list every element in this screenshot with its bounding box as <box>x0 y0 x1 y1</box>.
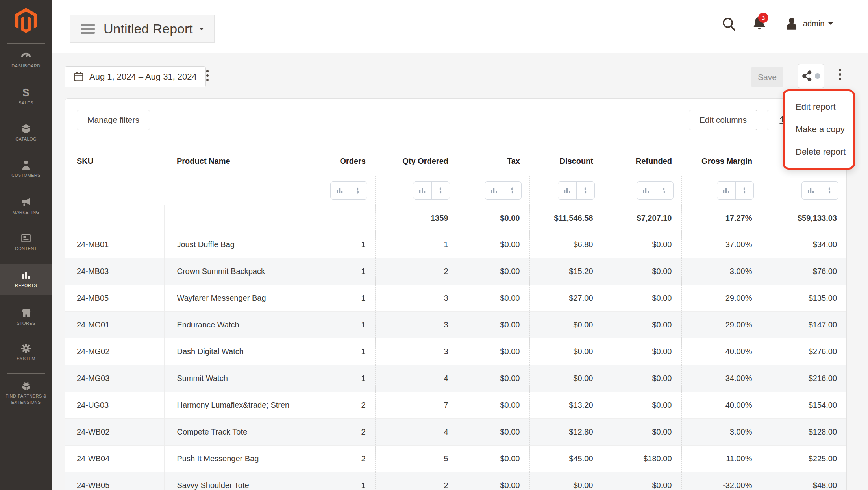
column-header-qty-ordered[interactable]: Qty Ordered <box>375 146 458 176</box>
cell-discount: $45.00 <box>529 445 603 472</box>
cell-total: $135.00 <box>762 285 846 311</box>
cell-total: $216.00 <box>762 365 846 392</box>
table-row[interactable]: 24-MG03 Summit Watch 1 4 $0.00 $0.00 $0.… <box>65 365 846 392</box>
sidebar-item-content[interactable]: CONTENT <box>0 233 52 252</box>
table-row[interactable]: 24-WB04 Push It Messenger Bag 2 5 $0.00 … <box>65 445 846 472</box>
sidebar-item-catalog[interactable]: CATALOG <box>0 124 52 142</box>
calendar-icon <box>74 72 84 82</box>
sidebar-item-stores[interactable]: STORES <box>0 308 52 327</box>
magento-logo[interactable] <box>0 8 52 35</box>
compare-toggle-button[interactable] <box>576 182 594 199</box>
cell-qty-ordered: 4 <box>375 418 458 445</box>
table-row[interactable]: 24-WB02 Compete Track Tote 2 4 $0.00 $12… <box>65 418 846 445</box>
edit-columns-button[interactable]: Edit columns <box>689 110 757 130</box>
bar-chart-toggle-button[interactable] <box>717 182 735 199</box>
cell-refunded: $180.00 <box>603 445 681 472</box>
tools-cell <box>458 176 529 205</box>
sidebar-item-find-partners[interactable]: FIND PARTNERS & EXTENSIONS <box>0 380 52 406</box>
tools-cell <box>603 176 681 205</box>
tools-cell <box>529 176 603 205</box>
cell-qty-ordered: 1 <box>375 231 458 258</box>
cell-sku: 24-WB04 <box>65 445 164 472</box>
sales-icon: $ <box>0 87 52 98</box>
compare-toggle-button[interactable] <box>349 182 367 199</box>
bar-chart-toggle-button[interactable] <box>558 182 576 199</box>
sidebar-item-label: CATALOG <box>0 136 52 142</box>
report-title-button[interactable]: Untitled Report <box>70 15 215 43</box>
sidebar-item-sales[interactable]: $ SALES <box>0 87 52 106</box>
tools-cell-empty <box>164 176 303 205</box>
date-range-picker[interactable]: Aug 1, 2024 – Aug 31, 2024 <box>65 66 206 87</box>
admin-account-menu[interactable]: admin <box>785 17 833 31</box>
cell-qty-ordered: 5 <box>375 445 458 472</box>
cell-product-name: Joust Duffle Bag <box>164 231 303 258</box>
cell-qty-ordered: 2 <box>375 472 458 490</box>
menu-item-edit-report[interactable]: Edit report <box>785 102 853 112</box>
table-row[interactable]: 24-MB03 Crown Summit Backpack 1 2 $0.00 … <box>65 258 846 285</box>
cell-orders: 1 <box>303 231 375 258</box>
manage-filters-button[interactable]: Manage filters <box>77 110 150 130</box>
column-header-sku[interactable]: SKU <box>65 146 164 176</box>
compare-toggle-button[interactable] <box>655 182 673 199</box>
marketing-icon <box>21 197 31 207</box>
sidebar-item-label: REPORTS <box>0 283 52 289</box>
table-row[interactable]: 24-MB05 Wayfarer Messenger Bag 1 3 $0.00… <box>65 285 846 311</box>
tools-cell <box>762 176 846 205</box>
sidebar-item-reports[interactable]: REPORTS <box>0 264 52 295</box>
cell-product-name: Wayfarer Messenger Bag <box>164 285 303 311</box>
notifications-button[interactable]: 3 <box>752 16 767 33</box>
summary-cell: $7,207.10 <box>603 205 681 231</box>
bar-chart-toggle-button[interactable] <box>485 182 503 199</box>
compare-arrows-icon <box>436 187 445 194</box>
bar-chart-toggle-button[interactable] <box>637 182 655 199</box>
column-header-discount[interactable]: Discount <box>529 146 603 176</box>
table-row[interactable]: 24-WB05 Savvy Shoulder Tote 1 2 $0.00 $0… <box>65 472 846 490</box>
cell-product-name: Savvy Shoulder Tote <box>164 472 303 490</box>
cell-gross-margin: 29.00% <box>681 285 762 311</box>
compare-toggle-button[interactable] <box>735 182 753 199</box>
cell-total: $34.00 <box>762 231 846 258</box>
sidebar-item-customers[interactable]: CUSTOMERS <box>0 160 52 179</box>
date-options-kebab-icon[interactable] <box>206 70 209 83</box>
summary-cell: 1359 <box>375 205 458 231</box>
compare-toggle-button[interactable] <box>820 182 838 199</box>
column-header-tax[interactable]: Tax <box>458 146 529 176</box>
column-header-product-name[interactable]: Product Name <box>164 146 303 176</box>
column-header-gross-margin[interactable]: Gross Margin <box>681 146 762 176</box>
bar-chart-toggle-button[interactable] <box>331 182 349 199</box>
sidebar-item-dashboard[interactable]: DASHBOARD <box>0 50 52 69</box>
compare-toggle-button[interactable] <box>503 182 521 199</box>
sidebar-divider <box>7 43 45 44</box>
sidebar-item-system[interactable]: SYSTEM <box>0 343 52 362</box>
column-header-refunded[interactable]: Refunded <box>603 146 681 176</box>
save-button[interactable]: Save <box>751 67 783 87</box>
cell-discount: $6.80 <box>529 231 603 258</box>
extensions-icon <box>21 380 31 391</box>
cell-product-name: Summit Watch <box>164 365 303 392</box>
table-row[interactable]: 24-MG01 Endurance Watch 1 3 $0.00 $0.00 … <box>65 311 846 338</box>
cell-tax: $0.00 <box>458 472 529 490</box>
search-button[interactable] <box>721 17 737 34</box>
sidebar-item-marketing[interactable]: MARKETING <box>0 197 52 216</box>
share-button[interactable] <box>798 64 824 88</box>
cell-orders: 1 <box>303 258 375 285</box>
table-row[interactable]: 24-UG03 Harmony Lumaflex&trade; Stren 2 … <box>65 392 846 418</box>
sidebar-item-label: SYSTEM <box>0 356 52 362</box>
column-header-orders[interactable]: Orders <box>303 146 375 176</box>
cell-sku: 24-WB02 <box>65 418 164 445</box>
sidebar-item-label: SALES <box>0 100 52 106</box>
column-tools <box>637 181 674 200</box>
compare-toggle-button[interactable] <box>431 182 450 199</box>
table-row[interactable]: 24-MB01 Joust Duffle Bag 1 1 $0.00 $6.80… <box>65 231 846 258</box>
compare-arrows-icon <box>353 187 362 194</box>
bar-chart-toggle-button[interactable] <box>413 182 431 199</box>
cell-orders: 2 <box>303 418 375 445</box>
menu-item-delete-report[interactable]: Delete report <box>785 147 853 157</box>
page-title: Untitled Report <box>104 21 193 37</box>
bar-chart-toggle-button[interactable] <box>802 182 820 199</box>
menu-item-make-a-copy[interactable]: Make a copy <box>785 124 853 135</box>
summary-cell: $59,133.03 <box>762 205 846 231</box>
cell-product-name: Push It Messenger Bag <box>164 445 303 472</box>
report-options-kebab-icon[interactable] <box>839 69 841 82</box>
table-row[interactable]: 24-MG02 Dash Digital Watch 1 3 $0.00 $0.… <box>65 338 846 365</box>
